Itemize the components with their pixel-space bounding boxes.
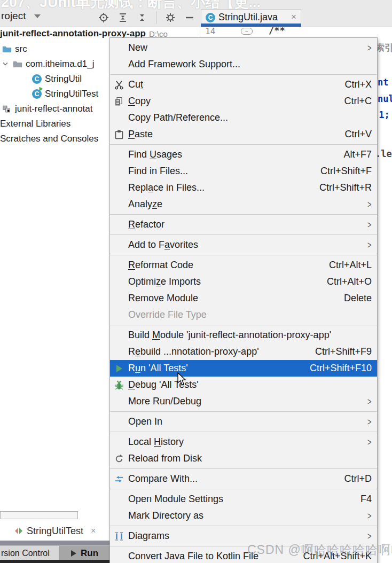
video-title-overlay: 207、JUnit单元测试：断言、小结【更... [1,0,261,12]
scissors-icon [114,80,128,90]
menu-item-new[interactable]: New> [110,40,377,56]
menu-separator [110,234,377,235]
menu-item-label: Reformat Code [128,260,319,271]
menu-item-refactor[interactable]: Refactor> [110,216,377,233]
menu-item-label: Build Module 'junit-reflect-annotation-p… [128,330,372,341]
tree-item-stringutiltest[interactable]: CStringUtilTest [32,88,98,100]
menu-item-label: Compare With... [128,473,334,484]
editor-tab-label: StringUtil.java [218,12,278,23]
close-icon[interactable]: × [91,526,96,536]
menu-item-mark-directory-as[interactable]: Mark Directory as> [110,507,377,524]
menu-item-remove-module[interactable]: Remove ModuleDelete [110,290,377,307]
menu-item-shortcut: Ctrl+Shift+F [320,166,372,177]
run-toolwindow-button[interactable]: Run [60,546,109,560]
no-icon [114,511,128,521]
menu-item-shortcut: Ctrl+Shift+F10 [310,363,372,374]
version-control-toolwindow-button[interactable]: rsion Control [0,546,60,560]
diagrams-icon [114,531,128,542]
panel-separator-band [0,541,109,545]
no-icon [114,260,128,271]
menu-item-copy[interactable]: CopyCtrl+C [110,93,377,110]
hide-panel-icon[interactable] [183,11,196,24]
submenu-arrow-icon: > [367,42,371,54]
tree-item-external-libraries[interactable]: External Libraries [0,118,70,130]
menu-item-replace-in-files[interactable]: Replace in Files...Ctrl+Shift+R [110,179,377,196]
menu-item-optimize-imports[interactable]: Optimize ImportsCtrl+Alt+O [110,273,377,290]
watermark: CSDN @啊哈哈哈哈哈啊哈哈 [247,542,392,558]
chevron-down-icon[interactable] [34,14,41,18]
menu-item-more-run-debug[interactable]: More Run/Debug> [110,393,377,410]
no-icon [114,310,128,320]
class-icon: C [32,74,42,84]
tree-item-junit-reflect-annotat[interactable]: junit-reflect-annotat [2,103,93,115]
menu-item-label: Local History [128,436,357,448]
close-icon[interactable]: × [291,12,296,22]
tree-item-scratches-and-consoles[interactable]: Scratches and Consoles [0,132,98,145]
submenu-arrow-icon: > [367,530,371,542]
menu-item-shortcut: Ctrl+Alt+O [327,276,372,287]
menu-item-label: Analyze [128,199,357,210]
menu-item-compare-with[interactable]: Compare With...Ctrl+D [110,471,377,487]
project-tool-window-label[interactable]: roject [1,10,26,22]
menu-item-label: More Run/Debug [128,396,357,407]
menu-item-label: Find in Files... [128,166,311,177]
menu-item-label: Optimize Imports [128,276,317,287]
bottom-tab-stringutiltest[interactable]: StringUtilTest × [0,522,109,539]
gutter-line-number: 14 [205,26,215,36]
menu-separator [110,526,377,526]
menu-item-shortcut: Ctrl+Shift+F9 [315,346,372,357]
menu-item-local-history[interactable]: Local History> [110,434,377,450]
menu-item-open-in[interactable]: Open In> [110,413,377,430]
code-fold-icon[interactable]: − [241,28,253,35]
locate-icon[interactable] [97,11,110,24]
code-fragment: nt [378,77,388,88]
chevron-expand-icon[interactable] [1,59,10,69]
menu-separator [110,325,377,325]
menu-item-add-to-favorites[interactable]: Add to Favorites> [110,237,377,253]
menu-item-find-in-files[interactable]: Find in Files...Ctrl+Shift+F [110,163,377,179]
menu-item-label: Replace in Files... [128,182,310,193]
menu-item-cut[interactable]: CutCtrl+X [110,76,377,93]
menu-item-run-all-tests[interactable]: Run 'All Tests'Ctrl+Shift+F10 [110,360,377,377]
menu-item-add-framework-support[interactable]: Add Framework Support... [110,56,377,73]
tree-item-com-itheima-d1-j[interactable]: com.itheima.d1_j [1,58,95,71]
menu-item-label: Override File Type [128,309,372,320]
tree-item-stringutil[interactable]: CStringUtil [32,73,82,85]
bottom-dark-strip [0,560,109,563]
expand-all-icon[interactable] [116,11,129,24]
no-icon [114,293,128,304]
menu-item-rebuild-nnotation-proxy-app[interactable]: Rebuild ...nnotation-proxy-app'Ctrl+Shif… [110,343,377,360]
menu-item-shortcut: Alt+F7 [343,149,372,160]
menu-item-analyze[interactable]: Analyze> [110,196,377,213]
code-fragment: nul [378,93,392,104]
collapse-all-icon[interactable] [136,11,148,24]
tree-item-src[interactable]: src [2,43,27,56]
no-icon [114,59,128,70]
run-icon [114,363,128,374]
menu-item-find-usages[interactable]: Find UsagesAlt+F7 [110,146,377,163]
menu-item-copy-path-reference[interactable]: Copy Path/Reference... [110,110,377,126]
menu-item-build-module-junit-reflect-annotation-proxy-app[interactable]: Build Module 'junit-reflect-annotation-p… [110,327,377,343]
menu-item-label: Debug 'All Tests' [128,379,372,390]
tree-item-label: junit-reflect-annotat [15,104,93,114]
no-icon [114,150,128,160]
test-class-icon: C [32,89,42,99]
settings-gear-icon[interactable] [164,11,177,24]
tool-window-edge [0,511,78,519]
no-icon [114,183,128,193]
submenu-arrow-icon: > [367,510,371,522]
menu-item-open-module-settings[interactable]: Open Module SettingsF4 [110,491,377,507]
no-icon [114,199,128,210]
menu-item-reload-from-disk[interactable]: Reload from Disk [110,450,377,467]
debug-bug-icon [114,380,128,390]
tree-item-label: com.itheima.d1_j [26,59,95,69]
menu-separator [110,411,377,412]
toolbar-icons [97,11,196,24]
menu-separator [110,74,377,75]
menu-item-paste[interactable]: PasteCtrl+V [110,126,377,143]
menu-item-debug-all-tests[interactable]: Debug 'All Tests' [110,377,377,393]
toolbar-separator [156,11,156,24]
no-icon [114,551,128,562]
submenu-arrow-icon: > [367,199,371,210]
menu-item-reformat-code[interactable]: Reformat CodeCtrl+Alt+L [110,257,377,273]
